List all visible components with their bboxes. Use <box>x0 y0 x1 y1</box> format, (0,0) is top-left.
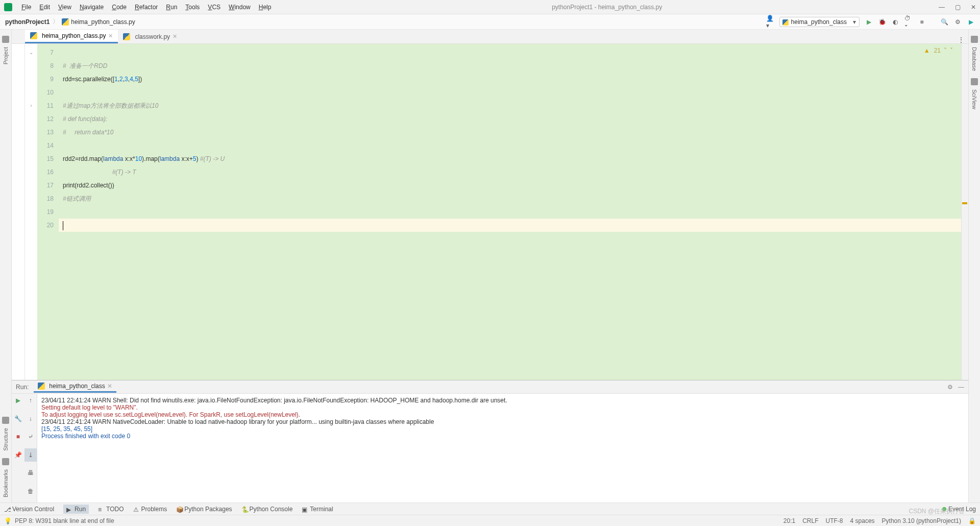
code-line[interactable] <box>59 86 968 99</box>
run-settings-icon[interactable]: ⚙ <box>947 384 953 391</box>
database-tool-icon[interactable] <box>971 36 978 43</box>
rerun-button[interactable]: ▶ <box>12 394 24 407</box>
indent-config[interactable]: 4 spaces <box>850 517 875 524</box>
python-interpreter[interactable]: Python 3.10 (pythonProject1) <box>882 517 961 524</box>
menu-navigate[interactable]: Navigate <box>76 4 108 11</box>
ide-scripts-icon[interactable]: ▶ <box>967 18 975 26</box>
code-line[interactable] <box>59 46 968 59</box>
bottom-tool-python-packages[interactable]: 📦Python Packages <box>176 505 232 514</box>
menu-help[interactable]: Help <box>255 4 276 11</box>
menu-window[interactable]: Window <box>225 4 255 11</box>
search-icon[interactable]: 🔍 <box>940 18 948 26</box>
code-line[interactable]: #(T) -> T <box>59 165 968 179</box>
code-editor[interactable]: ⌄ › 7891011121314151617181920 21 ˄ ˅ # 准… <box>12 44 968 380</box>
sciview-tool[interactable]: SciView <box>971 89 977 109</box>
menu-file[interactable]: File <box>17 4 35 11</box>
stop-button[interactable]: ■ <box>12 430 24 443</box>
event-log-button[interactable]: Event Log <box>948 506 976 513</box>
bottom-tool-problems[interactable]: ⚠Problems <box>133 505 167 514</box>
file-encoding[interactable]: UTF-8 <box>826 517 843 524</box>
warning-icon <box>924 47 931 54</box>
close-icon[interactable]: ✕ <box>108 33 113 39</box>
menu-tools[interactable]: Tools <box>181 4 204 11</box>
bottom-tool-run[interactable]: ▶Run <box>63 505 89 514</box>
menu-view[interactable]: View <box>54 4 76 11</box>
bottom-tool-version-control[interactable]: ⎇Version Control <box>4 505 54 514</box>
structure-tool[interactable]: Structure <box>3 428 9 451</box>
status-bar: 💡 PEP 8: W391 blank line at end of file … <box>0 515 980 526</box>
status-message: PEP 8: W391 blank line at end of file <box>15 517 114 524</box>
fold-gutter[interactable]: ⌄ › <box>25 44 37 380</box>
run-hide-icon[interactable]: — <box>958 384 964 391</box>
run-tab[interactable]: heima_python_class ✕ <box>34 381 116 393</box>
soft-wrap-button[interactable]: ⤶ <box>24 430 37 443</box>
menu-run[interactable]: Run <box>162 4 181 11</box>
profile-button[interactable]: ⏱▾ <box>904 18 913 26</box>
next-highlight-icon[interactable]: ˅ <box>950 47 953 54</box>
stop-button[interactable]: ■ <box>918 18 926 26</box>
breadcrumb-file[interactable]: heima_python_class.py <box>71 18 135 26</box>
editor-tab[interactable]: classwork.py✕ <box>118 30 182 43</box>
print-button[interactable]: 🖶 <box>24 466 37 480</box>
tool-icon: ⎇ <box>4 506 10 512</box>
editor-scrollbar[interactable] <box>961 44 968 380</box>
code-line[interactable] <box>59 139 968 152</box>
edit-config-button[interactable]: 🔧 <box>12 412 24 425</box>
database-tool[interactable]: Database <box>971 47 977 71</box>
bottom-tool-terminal[interactable]: ▣Terminal <box>302 505 333 514</box>
close-button[interactable]: ✕ <box>971 4 976 11</box>
caret-position[interactable]: 20:1 <box>783 517 795 524</box>
status-bulb-icon[interactable]: 💡 <box>4 517 12 524</box>
scroll-end-button[interactable]: ⤓ <box>24 448 37 462</box>
bookmarks-tool[interactable]: Bookmarks <box>3 469 9 497</box>
run-up-button[interactable]: ↑ <box>24 394 37 407</box>
code-line[interactable]: rdd=sc.parallelize([1,2,3,4,5]) <box>59 73 968 86</box>
menubar: FileEditViewNavigateCodeRefactorRunTools… <box>0 0 980 14</box>
bottom-tool-python-console[interactable]: 🐍Python Console <box>241 505 293 514</box>
code-line[interactable] <box>59 219 968 232</box>
delete-button[interactable]: 🗑 <box>24 485 37 498</box>
close-icon[interactable]: ✕ <box>107 382 112 390</box>
code-line[interactable] <box>59 205 968 219</box>
code-line[interactable]: # def func(data): <box>59 112 968 126</box>
bookmarks-tool-icon[interactable] <box>2 458 9 465</box>
pin-button[interactable]: 📌 <box>12 448 24 462</box>
menu-edit[interactable]: Edit <box>35 4 54 11</box>
settings-icon[interactable]: ⚙ <box>953 18 962 26</box>
minimize-button[interactable]: — <box>939 4 945 11</box>
code-line[interactable]: # 准备一个RDD <box>59 59 968 73</box>
window-title: pythonProject1 - heima_python_class.py <box>275 4 939 11</box>
run-button[interactable]: ▶ <box>865 18 873 26</box>
editor-tab[interactable]: heima_python_class.py✕ <box>25 30 118 43</box>
close-icon[interactable]: ✕ <box>173 33 177 40</box>
inspection-widget[interactable]: 21 ˄ ˅ <box>924 47 953 54</box>
tool-label: TODO <box>106 506 124 513</box>
coverage-button[interactable]: ◐ <box>891 18 899 26</box>
project-tool-icon[interactable] <box>2 36 9 43</box>
code-line[interactable]: print(rdd2.collect()) <box>59 179 968 192</box>
menu-refactor[interactable]: Refactor <box>131 4 162 11</box>
menu-code[interactable]: Code <box>108 4 131 11</box>
prev-highlight-icon[interactable]: ˄ <box>944 47 947 54</box>
right-tool-strip: Database SciView <box>968 30 980 503</box>
breadcrumb-project[interactable]: pythonProject1 <box>5 18 50 26</box>
structure-tool-icon[interactable] <box>2 417 9 424</box>
code-line[interactable]: #链式调用 <box>59 192 968 205</box>
console-output[interactable]: 23/04/11 22:41:24 WARN Shell: Did not fi… <box>37 394 968 503</box>
run-down-button[interactable]: ↓ <box>24 412 37 425</box>
code-line[interactable]: rdd2=rdd.map(lambda x:x*10).map(lambda x… <box>59 152 968 165</box>
menu-vcs[interactable]: VCS <box>204 4 225 11</box>
bottom-tool-todo[interactable]: ≡TODO <box>98 505 124 514</box>
maximize-button[interactable]: ▢ <box>955 4 961 11</box>
code-line[interactable]: #通过map方法将全部数据都乘以10 <box>59 99 968 112</box>
project-tool[interactable]: Project <box>3 47 9 64</box>
tabs-menu-icon[interactable]: ⋮ <box>954 36 968 43</box>
line-separator[interactable]: CRLF <box>802 517 818 524</box>
lock-icon[interactable]: 🔒 <box>968 517 976 524</box>
add-user-icon[interactable]: 👤▾ <box>766 18 774 26</box>
sciview-tool-icon[interactable] <box>971 78 978 85</box>
debug-button[interactable]: 🐞 <box>878 18 886 26</box>
run-config-selector[interactable]: heima_python_class <box>779 17 860 27</box>
code-line[interactable]: # return data*10 <box>59 126 968 139</box>
code-area[interactable]: 21 ˄ ˅ # 准备一个RDDrdd=sc.parallelize([1,2,… <box>59 44 968 380</box>
